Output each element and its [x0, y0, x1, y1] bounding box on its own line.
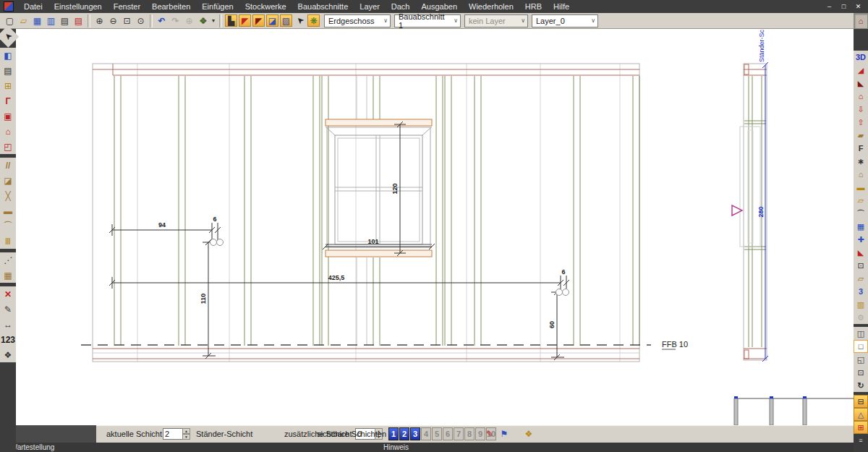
menu-layer[interactable]: Layer [354, 1, 386, 12]
timber-beam-icon[interactable]: ▰ [854, 129, 868, 142]
layer-toggle-6[interactable]: 6 [443, 427, 453, 440]
layer-toggle-7[interactable]: 7 [454, 427, 464, 440]
roof-pointer-icon[interactable]: ◣ [854, 246, 868, 259]
cube-dropdown-icon[interactable]: ▾ [210, 14, 216, 27]
menu-ausgaben[interactable]: Ausgaben [416, 1, 464, 12]
view-3d-cube-icon[interactable]: ❖ [197, 14, 209, 27]
layer-toggle-8[interactable]: 8 [464, 427, 475, 440]
save-as-icon[interactable]: ▥ [45, 14, 57, 27]
print-icon[interactable]: ▤ [59, 14, 71, 27]
viewport-layout-icon[interactable]: ◫ [854, 327, 868, 340]
save-icon[interactable]: ▦ [31, 14, 43, 27]
layer-toggle-3[interactable]: 3 [410, 427, 420, 440]
menu-fenster[interactable]: Fenster [108, 1, 146, 12]
planks-icon[interactable]: // [0, 158, 16, 173]
roof-tool-icon[interactable]: ◤ [239, 14, 251, 27]
dimension-height-icon[interactable]: △ [854, 408, 868, 421]
viewport-corner-icon[interactable]: ◱ [854, 353, 868, 366]
house-section-up-icon[interactable]: ⇧ [854, 116, 868, 129]
layer-toggle-1[interactable]: 1 [388, 427, 399, 440]
roof-covering-icon[interactable]: ◢ [854, 64, 868, 77]
hatch-tool-icon[interactable]: ▨ [280, 14, 292, 27]
menu-wiederholen[interactable]: Wiederholen [463, 1, 519, 12]
menu-datei[interactable]: Datei [18, 1, 48, 12]
tools-icon[interactable]: ✎ [0, 302, 16, 317]
arc-icon[interactable]: ⌒ [0, 218, 16, 234]
drawing-canvas[interactable]: 94 6 110 120 101 425,5 6 60 FFB 10 [16, 29, 854, 425]
section-flag-icon[interactable]: ⚑ [498, 428, 510, 440]
house-section-down-icon[interactable]: ⇩ [854, 103, 868, 116]
layers-icon[interactable]: ▤ [0, 63, 16, 78]
measure-line-icon[interactable]: ⋰ [0, 252, 16, 268]
detail-view-icon[interactable]: 3 [854, 285, 868, 298]
viewport-zoom-icon[interactable]: ⊡ [854, 366, 868, 379]
profile-icon[interactable]: F [854, 142, 868, 155]
dimension-chain-icon[interactable]: ⊟ [854, 395, 868, 408]
delete-icon[interactable]: ✕ [0, 286, 16, 302]
building-section-select[interactable]: Bauabschnitt 1 ∨ [394, 14, 461, 27]
dimension-tool-icon[interactable]: ↔ [0, 317, 16, 332]
undo-icon[interactable]: ↶ [156, 14, 168, 27]
pointer-tool-icon[interactable]: ➤ [291, 12, 308, 29]
zoom-window-icon[interactable]: ⊡ [121, 14, 133, 27]
menu-bearbeiten[interactable]: Bearbeiten [146, 1, 196, 12]
stepper-up-icon[interactable]: ▲ [182, 428, 190, 434]
layer-filter-select[interactable]: kein Layer ∨ [464, 14, 528, 27]
roof-surfaces-icon[interactable]: ◣ [854, 77, 868, 90]
close-button[interactable]: ✕ [852, 2, 864, 12]
layer-select[interactable]: Layer_0 ∨ [532, 14, 598, 27]
layer-toggle-4[interactable]: 4 [421, 427, 431, 440]
stamp-iron-icon[interactable]: ❖ [0, 347, 16, 362]
current-layer-stepper[interactable]: ▲ ▼ [182, 428, 190, 440]
ruler-icon[interactable]: ▥ [854, 298, 868, 311]
menu-stockwerke[interactable]: Stockwerke [239, 1, 292, 12]
macro-tool-icon[interactable]: ◰ [0, 139, 16, 154]
layer-toggle-5[interactable]: 5 [432, 427, 442, 440]
wall-tool-icon[interactable]: ◧ [0, 48, 16, 63]
toolbag-icon[interactable]: ▦ [0, 268, 16, 283]
layer-toggle-2[interactable]: 2 [399, 427, 409, 440]
wall-corner-icon[interactable]: Γ [0, 93, 16, 108]
settings-gear-icon[interactable]: ⚙ [854, 311, 868, 324]
machine-icon[interactable]: ▦ [854, 220, 868, 233]
menu-bauabschnitte[interactable]: Bauabschnitte [292, 1, 354, 12]
star-dimension-icon[interactable]: ∗ [854, 155, 868, 168]
view-3d-icon[interactable]: 3D [854, 51, 868, 64]
select-element-icon[interactable]: ⊡ [854, 259, 868, 272]
center-view-icon[interactable]: ⊕ [183, 14, 195, 27]
menu-dach[interactable]: Dach [386, 1, 416, 12]
stepper-down-icon[interactable]: ▼ [182, 434, 190, 440]
zoom-out-icon[interactable]: ⊖ [107, 14, 119, 27]
opening-tool-icon[interactable]: ▣ [0, 108, 16, 124]
beam-icon[interactable]: ▬ [0, 203, 16, 218]
roof-detail-icon[interactable]: ⌂ [854, 168, 868, 181]
print-active-icon[interactable]: ▤ [72, 14, 85, 27]
ruler-123-icon[interactable]: 123 [0, 332, 16, 347]
roof-edit-tool-icon[interactable]: ◤ [252, 14, 265, 27]
plant-tool-icon[interactable]: ❋ [307, 14, 320, 27]
stamp-tool-icon[interactable]: ❖ [523, 428, 535, 440]
wall-stud-tool-icon[interactable]: ▙ [225, 14, 237, 27]
house-dimensions-icon[interactable]: ⌂ [854, 90, 868, 103]
sidebar-footer-icon[interactable]: ≡ [854, 434, 868, 447]
axis-icon[interactable]: ✚ [854, 233, 868, 246]
drawing-area[interactable]: 94 6 110 120 101 425,5 6 60 FFB 10 [16, 29, 854, 425]
menu-hilfe[interactable]: Hilfe [548, 1, 575, 12]
redo-icon[interactable]: ↷ [169, 14, 182, 27]
open-project-icon[interactable]: ▱ [854, 272, 868, 285]
panel-icon[interactable]: ▱ [854, 194, 868, 207]
storey-select[interactable]: Erdgeschoss ∨ [324, 14, 391, 27]
minimize-button[interactable]: – [823, 2, 835, 12]
spline-icon[interactable]: ⌒ [854, 207, 868, 220]
current-layer-input[interactable]: 2 [163, 428, 183, 440]
zoom-in-icon[interactable]: ⊕ [93, 14, 106, 27]
section-tool-icon[interactable]: ◪ [266, 14, 278, 27]
plane-tool-icon[interactable]: ◪ [0, 173, 16, 188]
layer-visibility-tool-icon[interactable]: ✎ [484, 428, 495, 440]
new-file-icon[interactable]: ▢ [4, 14, 16, 27]
house-tool-icon[interactable]: ⌂ [0, 124, 16, 139]
board-icon[interactable]: ▬ [854, 181, 868, 194]
rotate-view-icon[interactable]: ↻ [854, 379, 868, 392]
menu-einstellungen[interactable]: Einstellungen [48, 1, 108, 12]
zoom-all-icon[interactable]: ⊙ [135, 14, 147, 27]
